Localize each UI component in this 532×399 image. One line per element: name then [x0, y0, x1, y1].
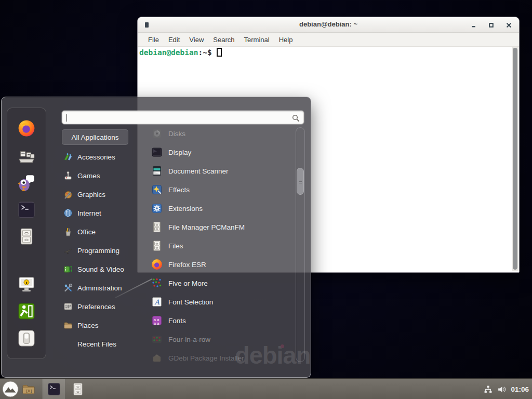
preferences-icon — [63, 302, 73, 311]
recent-files-spacer — [63, 339, 73, 349]
terminal-prompt: debian@debian:~$ — [139, 48, 222, 57]
favorite-firefox[interactable] — [18, 119, 35, 137]
maximize-button[interactable] — [488, 22, 494, 28]
menu-scrollbar-track[interactable] — [296, 127, 305, 362]
taskbar-files-launcher[interactable] — [71, 382, 85, 396]
app-fonts[interactable]: a a a a Fonts — [151, 311, 294, 330]
effects-icon — [151, 184, 163, 195]
favorite-file-manager[interactable] — [18, 228, 35, 245]
taskbar-terminal-button[interactable] — [43, 379, 65, 399]
app-five-or-more[interactable]: Five or More — [151, 274, 294, 292]
four-in-a-row-icon — [151, 334, 163, 345]
taskbar: [D] 01:06 — [0, 378, 532, 399]
terminal-cursor — [217, 48, 222, 57]
category-graphics[interactable]: Graphics — [63, 185, 142, 204]
svg-text:a a: a a — [154, 321, 159, 326]
category-games[interactable]: Games — [63, 166, 142, 185]
category-office[interactable]: Office — [63, 222, 142, 241]
menu-search[interactable]: Search — [208, 36, 239, 44]
disks-icon — [151, 128, 163, 139]
terminal-titlebar[interactable]: debian@debian: ~ — [138, 17, 519, 33]
firefox-icon — [151, 259, 163, 270]
app-extensions[interactable]: Extensions — [151, 199, 294, 218]
extensions-icon — [151, 203, 163, 214]
lock-screen-button[interactable] — [18, 275, 35, 293]
menu-help[interactable]: Help — [274, 36, 298, 44]
graphics-icon — [63, 190, 73, 199]
terminal-scrollbar-thumb[interactable] — [513, 48, 517, 270]
app-firefox-esr[interactable]: Firefox ESR — [151, 255, 294, 274]
close-button[interactable] — [506, 22, 512, 28]
app-files[interactable]: Files — [151, 236, 294, 255]
games-icon — [63, 171, 73, 180]
favorite-pidgin[interactable] — [18, 174, 35, 192]
fonts-icon: a a a a — [151, 315, 163, 326]
minimize-button[interactable] — [471, 22, 476, 28]
category-programming[interactable]: Programming — [63, 241, 142, 260]
sound-video-icon — [63, 264, 73, 274]
administration-icon — [63, 283, 73, 292]
category-administration[interactable]: Administration — [63, 278, 142, 297]
category-all-applications[interactable]: All Applications — [62, 129, 128, 145]
app-document-scanner[interactable]: Document Scanner — [151, 162, 294, 180]
search-icon — [291, 114, 300, 122]
font-selection-icon: A — [151, 296, 163, 308]
category-accessories[interactable]: Accessories — [63, 148, 142, 166]
prompt-user-host: debian@debian — [139, 48, 198, 57]
file-cabinet-icon — [151, 221, 163, 233]
category-sound-video[interactable]: Sound & Video — [63, 260, 142, 278]
menu-file[interactable]: File — [143, 36, 164, 44]
volume-icon[interactable] — [497, 385, 506, 394]
app-effects[interactable]: Effects — [151, 180, 294, 199]
file-cabinet-icon — [151, 240, 163, 251]
favorite-terminal[interactable] — [18, 201, 35, 219]
category-recent-files[interactable]: Recent Files — [63, 335, 142, 353]
menu-search-box — [62, 111, 304, 124]
start-menu-button[interactable] — [2, 381, 19, 397]
desktop-folder-launcher[interactable]: [D] — [22, 382, 35, 396]
category-internet[interactable]: Internet — [63, 204, 142, 222]
shutdown-button[interactable] — [18, 329, 35, 347]
display-icon — [151, 147, 163, 158]
app-pcmanfm[interactable]: File Manager PCManFM — [151, 218, 294, 236]
logout-button[interactable] — [18, 302, 35, 320]
svg-text:[D]: [D] — [26, 389, 33, 393]
app-four-in-a-row[interactable]: Four-in-a-row — [151, 330, 294, 349]
clock[interactable]: 01:06 — [511, 385, 529, 393]
places-icon — [63, 321, 73, 330]
app-display[interactable]: Display — [151, 143, 294, 162]
menu-scrollbar-thumb[interactable] — [297, 168, 304, 195]
menu-search-input[interactable] — [66, 112, 285, 123]
terminal-icon — [47, 382, 61, 396]
office-icon — [63, 227, 73, 236]
document-scanner-icon — [151, 165, 163, 177]
start-menu: All Applications Accessories Games Graph… — [1, 97, 311, 378]
category-preferences[interactable]: Preferences — [63, 297, 142, 316]
menu-edit[interactable]: Edit — [164, 36, 184, 44]
app-disks[interactable]: Disks — [151, 124, 294, 143]
five-or-more-icon — [151, 277, 163, 289]
svg-text:A: A — [154, 298, 160, 306]
terminal-menubar: File Edit View Search Terminal Help — [138, 33, 519, 47]
favorite-package-manager[interactable] — [18, 147, 35, 165]
gdebi-icon — [151, 352, 163, 364]
text-caret — [66, 114, 67, 122]
network-icon[interactable] — [484, 385, 493, 394]
menu-view[interactable]: View — [184, 36, 208, 44]
accessories-icon — [63, 152, 73, 162]
menu-terminal[interactable]: Terminal — [240, 36, 274, 44]
terminal-scrollbar[interactable] — [512, 47, 518, 271]
app-gdebi[interactable]: GDebi Package Installer — [151, 349, 294, 367]
programming-icon — [63, 246, 73, 255]
app-font-selection[interactable]: A Font Selection — [151, 292, 294, 311]
window-title: debian@debian: ~ — [138, 20, 519, 28]
internet-icon — [63, 208, 73, 218]
category-places[interactable]: Places — [63, 316, 142, 335]
prompt-path: :~$ — [198, 48, 212, 57]
